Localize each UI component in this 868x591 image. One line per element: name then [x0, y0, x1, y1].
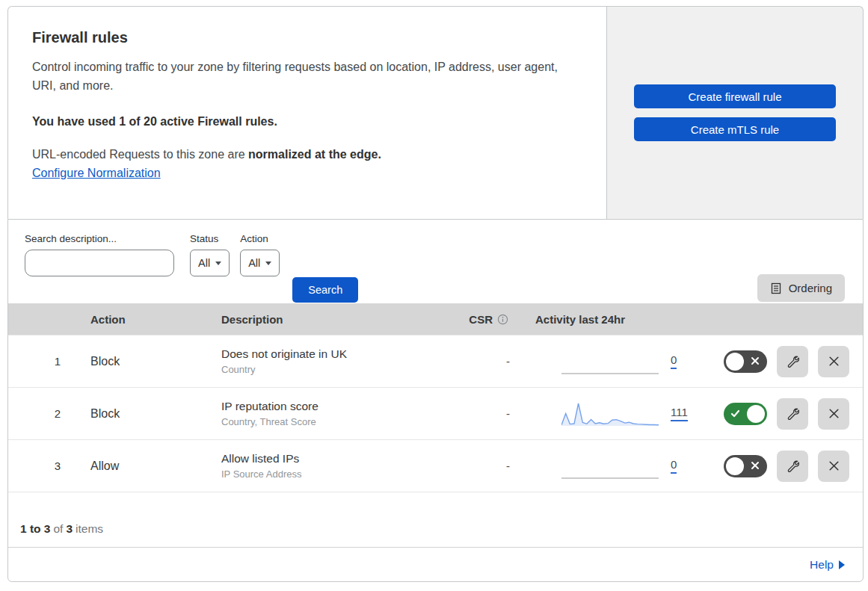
- x-icon: [828, 460, 840, 472]
- ordering-button[interactable]: Ordering: [757, 274, 845, 302]
- create-mtls-rule-button[interactable]: Create mTLS rule: [634, 117, 836, 141]
- triangle-right-icon: [839, 560, 845, 569]
- rule-description: Allow listed IPs: [221, 452, 444, 465]
- rules-card: Search description... Status All Action: [7, 219, 864, 582]
- csr-column-header: CSR: [444, 313, 528, 326]
- rule-description: IP reputation score: [221, 400, 444, 413]
- rule-description: Does not originate in UK: [221, 347, 444, 361]
- status-filter-group: Status All: [190, 233, 230, 276]
- activity-count-link[interactable]: 0: [671, 353, 677, 369]
- table-row: 2 Block IP reputation score Country, Thr…: [8, 387, 863, 439]
- rule-criteria: Country, Threat Score: [221, 416, 444, 427]
- rule-controls: [689, 451, 863, 482]
- rule-priority: 2: [8, 407, 74, 420]
- action-filter-select[interactable]: All: [240, 250, 280, 276]
- x-icon: [828, 355, 840, 368]
- chevron-down-icon: [265, 262, 271, 265]
- rule-activity-cell: 0: [528, 348, 689, 375]
- actions-panel: Create firewall rule Create mTLS rule: [607, 6, 864, 219]
- wrench-icon: [787, 355, 799, 368]
- delete-rule-button[interactable]: [818, 346, 849, 377]
- delete-rule-button[interactable]: [818, 398, 849, 430]
- table-pagination-summary: 1 to 3 of 3 items: [8, 492, 863, 547]
- activity-count-link[interactable]: 111: [671, 406, 688, 421]
- table-header: Action Description CSR Activity last 24h…: [8, 303, 863, 335]
- rule-controls: [689, 398, 863, 430]
- help-link-label: Help: [810, 558, 834, 572]
- configure-normalization-link[interactable]: Configure Normalization: [32, 167, 161, 180]
- rule-description-cell: Does not originate in UK Country: [205, 347, 444, 375]
- search-group: Search description...: [25, 233, 174, 276]
- help-bar: Help: [8, 547, 863, 581]
- rule-enabled-toggle[interactable]: [724, 350, 767, 373]
- search-button[interactable]: Search: [292, 277, 358, 303]
- rule-enabled-toggle[interactable]: [724, 403, 767, 425]
- help-link[interactable]: Help: [810, 558, 845, 572]
- pagination-items: items: [76, 522, 103, 536]
- edit-rule-button[interactable]: [777, 346, 808, 377]
- action-filter-value: All: [248, 257, 260, 269]
- rule-action: Allow: [74, 460, 205, 473]
- rule-csr: -: [444, 355, 528, 368]
- create-firewall-rule-button[interactable]: Create firewall rule: [634, 84, 836, 108]
- delete-rule-button[interactable]: [818, 451, 849, 482]
- rule-activity-cell: 0: [528, 453, 689, 480]
- rule-priority: 3: [8, 460, 74, 472]
- chevron-down-icon: [215, 262, 221, 265]
- csr-column-label: CSR: [469, 313, 493, 326]
- pagination-of: of: [53, 522, 63, 536]
- search-label: Search description...: [25, 233, 174, 244]
- status-filter-select[interactable]: All: [190, 250, 230, 276]
- intro-card: Firewall rules Control incoming traffic …: [7, 6, 607, 219]
- usage-summary: You have used 1 of 20 active Firewall ru…: [32, 115, 582, 129]
- edit-rule-button[interactable]: [777, 398, 808, 430]
- pagination-total: 3: [66, 522, 73, 535]
- ordering-button-label: Ordering: [789, 282, 832, 294]
- rule-action: Block: [74, 355, 205, 368]
- table-row: 1 Block Does not originate in UK Country…: [8, 335, 863, 387]
- normalization-note-bold: normalized at the edge.: [248, 148, 381, 161]
- search-input-wrapper: [25, 250, 174, 276]
- list-document-icon: [770, 282, 782, 294]
- activity-sparkline: [561, 453, 659, 480]
- rule-description-cell: IP reputation score Country, Threat Scor…: [205, 400, 444, 427]
- rule-enabled-toggle[interactable]: [724, 455, 767, 477]
- toggle-on-check-icon: [730, 408, 741, 419]
- toggle-knob: [726, 457, 744, 475]
- action-filter-group: Action All: [240, 233, 280, 276]
- activity-sparkline: [561, 348, 659, 375]
- info-circle-icon[interactable]: [497, 314, 508, 325]
- status-filter-label: Status: [190, 233, 230, 244]
- action-filter-label: Action: [240, 233, 280, 244]
- search-input[interactable]: [39, 257, 174, 269]
- toggle-knob: [726, 353, 744, 371]
- description-column-header: Description: [205, 313, 444, 326]
- firewall-rules-page: Firewall rules Control incoming traffic …: [0, 0, 868, 591]
- page-title: Firewall rules: [32, 29, 582, 46]
- toggle-off-x-icon: [750, 356, 760, 366]
- page-description: Control incoming traffic to your zone by…: [32, 58, 582, 96]
- activity-sparkline: [561, 400, 659, 427]
- rule-description-cell: Allow listed IPs IP Source Address: [205, 452, 444, 480]
- rule-criteria: IP Source Address: [221, 468, 444, 480]
- rule-criteria: Country: [221, 364, 444, 375]
- filter-bar: Search description... Status All Action: [8, 220, 863, 303]
- rule-priority: 1: [8, 355, 74, 368]
- table-row: 3 Allow Allow listed IPs IP Source Addre…: [8, 439, 863, 492]
- wrench-icon: [787, 407, 799, 420]
- x-icon: [828, 407, 840, 420]
- normalization-note-text: URL-encoded Requests to this zone are: [32, 148, 248, 161]
- rule-csr: -: [444, 460, 528, 472]
- toggle-off-x-icon: [750, 460, 760, 471]
- page-header-section: Firewall rules Control incoming traffic …: [7, 6, 864, 219]
- activity-column-header: Activity last 24hr: [528, 313, 689, 326]
- action-column-header: Action: [74, 313, 205, 326]
- toggle-knob: [747, 405, 765, 423]
- status-filter-value: All: [198, 257, 210, 269]
- rule-csr: -: [444, 407, 528, 420]
- normalization-note: URL-encoded Requests to this zone are no…: [32, 148, 582, 161]
- wrench-icon: [787, 460, 799, 472]
- pagination-range: 1 to 3: [20, 522, 50, 535]
- edit-rule-button[interactable]: [777, 451, 808, 482]
- activity-count-link[interactable]: 0: [671, 458, 677, 474]
